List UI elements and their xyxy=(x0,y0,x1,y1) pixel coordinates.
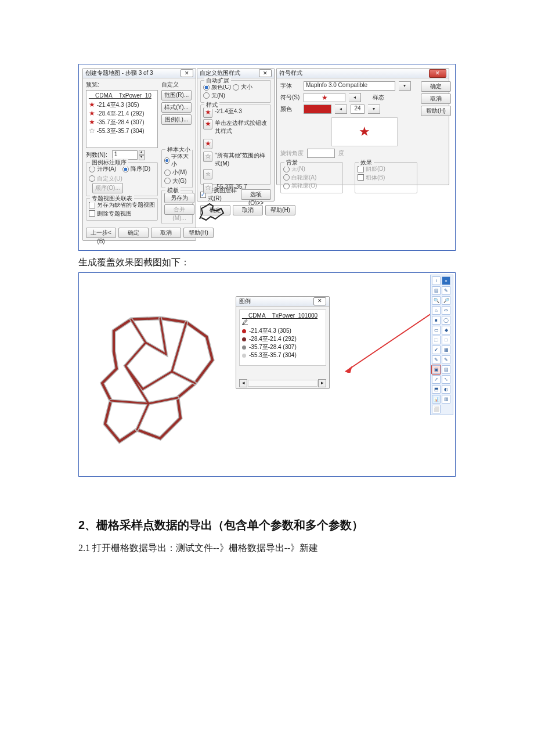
legend-row: -21.4至4.3 (305) xyxy=(242,327,323,335)
tool-icon[interactable]: ⇔ xyxy=(442,306,450,315)
none-radio[interactable]: 无(N) xyxy=(203,92,225,100)
range-button[interactable]: 范围(R)... xyxy=(161,90,192,100)
tool-icon[interactable]: 📊 xyxy=(432,395,441,404)
tool-icon[interactable]: ◯ xyxy=(442,316,450,325)
dropdown-icon[interactable]: ◂ xyxy=(349,93,361,102)
font-size-radio[interactable]: 字体大小 xyxy=(164,152,190,168)
font-select[interactable]: MapInfo 3.0 Compatible xyxy=(304,81,395,91)
style-swatch-button[interactable]: ★ xyxy=(203,139,212,149)
close-icon[interactable]: ✕ xyxy=(259,69,272,77)
preview-field: __CDMA__TxPower_10 xyxy=(89,92,155,99)
tool-icon[interactable]: □ xyxy=(442,336,450,344)
cancel-button[interactable]: 取消 xyxy=(421,93,451,104)
map-area: 图例 ✕ __CDMA__TxPower_101000 🖉 -21.4至4.3 … xyxy=(79,273,432,476)
back-button[interactable]: 上一步< (B) xyxy=(86,228,116,238)
legend-button[interactable]: 图例(L)... xyxy=(161,114,192,125)
range-item: -35.7至-28.4 (307) xyxy=(97,119,145,125)
tool-icon[interactable]: ▭ xyxy=(432,326,441,334)
symbol-select[interactable]: ★ xyxy=(304,93,345,102)
style-swatch-button[interactable]: ★ xyxy=(203,119,212,129)
tool-icon[interactable]: ⌂ xyxy=(432,306,441,315)
dropdown-icon[interactable]: ▾ xyxy=(399,81,411,91)
size-input[interactable]: 24 xyxy=(351,105,365,114)
tool-icon[interactable]: ■ xyxy=(432,316,441,325)
dropdown-icon[interactable]: ▾ xyxy=(368,105,380,114)
ok-button[interactable]: 确定 xyxy=(118,228,149,238)
tool-icon[interactable]: ⬒ xyxy=(432,385,441,394)
merge-button[interactable]: 合并(M)... xyxy=(164,204,194,215)
tool-icon[interactable]: 🔍 xyxy=(432,296,441,305)
large-radio[interactable]: 大(G) xyxy=(164,177,186,185)
style-swatch-button[interactable]: ☆ xyxy=(203,152,212,162)
rotate-unit: 度 xyxy=(338,149,344,157)
scrollbar[interactable]: ◂ ▸ xyxy=(239,380,326,387)
scroll-track[interactable] xyxy=(248,380,317,387)
small-radio[interactable]: 小(M) xyxy=(164,168,187,177)
bullet-icon xyxy=(242,337,246,341)
figure-dialogs: 创建专题地图 - 步骤 3 of 3 ✕ 预览: __CDMA__TxPower… xyxy=(78,64,456,251)
tool-icon[interactable]: ✎ xyxy=(442,286,450,295)
figure-coverage-map: 图例 ✕ __CDMA__TxPower_101000 🖉 -21.4至4.3 … xyxy=(78,272,456,477)
tool-close-icon[interactable]: x xyxy=(442,276,450,285)
cancel-button[interactable]: 取消 xyxy=(151,228,181,238)
delete-view-check[interactable]: 删除专题视图 xyxy=(89,210,132,218)
tool-icon[interactable]: ✎ xyxy=(442,355,450,364)
rotate-label: 旋转角度 xyxy=(280,149,304,157)
style-swatch-button[interactable]: ☆ xyxy=(203,183,212,193)
tool-icon[interactable]: ▥ xyxy=(442,395,450,404)
close-icon[interactable]: ✕ xyxy=(429,69,446,78)
tool-icon[interactable]: ▦ xyxy=(442,345,450,354)
tool-icon[interactable]: ⬚ xyxy=(432,336,441,344)
legend-panel: 图例 ✕ __CDMA__TxPower_101000 🖉 -21.4至4.3 … xyxy=(236,296,330,389)
tool-highlight-icon[interactable]: ▣ xyxy=(432,365,441,374)
help-button[interactable]: 帮助(H) xyxy=(265,205,295,215)
star-icon: ★ xyxy=(89,109,95,117)
spin-down-icon[interactable]: ▾ xyxy=(139,155,145,160)
legend-row: -35.7至-28.4 (307) xyxy=(242,343,323,351)
scroll-right-icon[interactable]: ▸ xyxy=(318,379,326,387)
star-outline-icon: ☆ xyxy=(205,152,211,160)
order-button[interactable]: 顺序(O)... xyxy=(92,183,123,193)
help-button[interactable]: 帮助(H) xyxy=(183,228,214,238)
star-icon: ★ xyxy=(322,93,328,102)
tool-icon[interactable]: ◆ xyxy=(442,326,450,334)
help-button[interactable]: 帮助(H) xyxy=(421,106,451,116)
spin-up-icon[interactable]: ▴ xyxy=(139,150,145,155)
scroll-left-icon[interactable]: ◂ xyxy=(239,379,247,387)
tool-icon[interactable]: ✎ xyxy=(432,355,441,364)
dialog-title: 自定义范围样式 xyxy=(200,69,240,77)
tool-icon[interactable]: i xyxy=(432,276,441,285)
tool-icon[interactable]: 🔎 xyxy=(442,296,450,305)
annotation-arrow-icon xyxy=(343,309,436,373)
order-group: 图例标注顺序 xyxy=(90,159,128,167)
cancel-button[interactable]: 取消 xyxy=(233,205,263,215)
tool-icon[interactable]: ⤡ xyxy=(442,375,450,384)
font-label: 字体 xyxy=(280,82,300,90)
tool-icon[interactable]: ✔ xyxy=(432,345,441,354)
bg-group: 背景 xyxy=(284,159,300,167)
star-outline-icon: ☆ xyxy=(205,171,211,177)
dropdown-icon[interactable]: ◂ xyxy=(335,105,347,114)
autoexp-group: 自动扩展 xyxy=(204,77,231,85)
star-icon: ★ xyxy=(205,139,211,147)
tool-icon[interactable]: ▤ xyxy=(442,365,450,374)
fx-group: 效果 xyxy=(359,159,374,167)
close-icon[interactable]: ✕ xyxy=(181,69,193,77)
style-button[interactable]: 样式(Y)... xyxy=(161,102,192,113)
toolbar: ix ▤✎ 🔍🔎 ⌂⇔ ■◯ ▭◆ ⬚□ ✔▦ ✎✎ ▣▤ ⤢⤡ ⬒◐ 📊 ▥ … xyxy=(430,275,453,415)
color-label: 颜色 xyxy=(280,105,300,113)
tool-icon[interactable]: ◐ xyxy=(442,385,450,394)
custom-radio[interactable]: 自定义(U) xyxy=(89,175,122,183)
star-icon: ★ xyxy=(89,100,95,109)
close-icon[interactable]: ✕ xyxy=(313,297,326,305)
color-swatch[interactable] xyxy=(304,105,331,114)
tool-icon[interactable]: ▤ xyxy=(432,286,441,295)
custom-label: 自定义 xyxy=(161,81,193,89)
columns-label: 列数(N): xyxy=(86,151,107,159)
tool-icon[interactable]: ⤢ xyxy=(432,375,441,384)
ok-button[interactable]: 确定 xyxy=(421,81,451,92)
size-radio[interactable]: 大小 xyxy=(233,83,252,91)
section-heading: 2、栅格采样点数据的导出（包含单个参数和多个参数） xyxy=(78,517,456,533)
tool-icon[interactable]: ⬜ xyxy=(432,405,441,413)
style-swatch-button[interactable]: ☆ xyxy=(203,169,212,179)
